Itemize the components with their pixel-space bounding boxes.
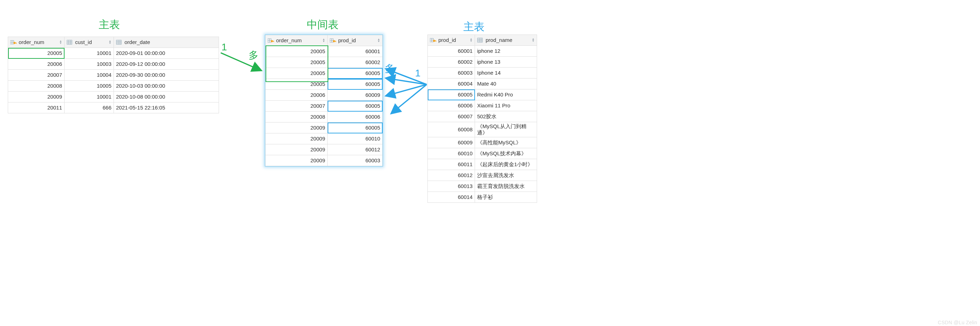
table-row: 60013霸王育发防脱洗发水	[428, 181, 537, 192]
table-row: 60010《MySQL技术内幕》	[428, 148, 537, 159]
table-order-products-panel: order_num ▲▼ prod_id ▲▼ 2000560001 20005…	[265, 35, 383, 166]
svg-rect-27	[336, 41, 336, 42]
table-order-products: order_num ▲▼ prod_id ▲▼ 2000560001 20005…	[265, 35, 383, 166]
watermark: CSDN @Lu Zelin	[938, 320, 977, 325]
svg-rect-5	[16, 43, 17, 44]
table-row: 60002iphone 13	[428, 57, 537, 68]
svg-rect-11	[116, 40, 121, 44]
svg-rect-34	[477, 38, 482, 42]
table-row: 2000960005	[266, 122, 383, 133]
table-row: 2000560002	[266, 57, 383, 68]
label-one-right: 1	[415, 68, 421, 79]
svg-rect-21	[274, 41, 274, 42]
table-row: 60009《高性能MySQL》	[428, 137, 537, 148]
sort-icon[interactable]: ▲▼	[468, 38, 473, 42]
table-row: 60003Iphone 14	[428, 68, 537, 79]
col-header[interactable]: prod_id ▲▼	[328, 35, 383, 46]
table-row: 2000660009	[266, 90, 383, 101]
svg-line-41	[386, 78, 427, 84]
label-many-left: 多	[249, 49, 258, 62]
label-one-left: 1	[221, 41, 227, 53]
table-row: 2000560005	[266, 68, 383, 79]
heading-right: 主表	[463, 20, 485, 34]
table-orders-panel: order_num ▲▼ cust_id ▲▼ order_date	[8, 36, 219, 113]
heading-middle: 中间表	[307, 17, 339, 32]
table-row: 60008《MySQL从入门到精通》	[428, 122, 537, 137]
table-products-panel: prod_id ▲▼ prod_name ▲▼ 60001iphone 12 6…	[427, 35, 537, 203]
table-row: 20009100012020-10-08 00:00:00	[8, 92, 219, 103]
column-icon	[477, 37, 484, 43]
table-row: 20005100012020-09-01 00:00:00	[8, 48, 219, 59]
sort-icon[interactable]: ▲▼	[321, 38, 325, 43]
col-header[interactable]: order_num ▲▼	[8, 37, 65, 48]
table-row: 2000960003	[266, 155, 383, 166]
key-icon	[10, 40, 17, 45]
table-row: 60012沙宣去屑洗发水	[428, 170, 537, 181]
table-row: 60011《起床后的黄金1小时》	[428, 159, 537, 170]
table-row: 2000960012	[266, 144, 383, 155]
key-icon	[430, 37, 436, 43]
sort-icon[interactable]: ▲▼	[107, 40, 111, 44]
table-row: 60014格子衫	[428, 192, 537, 203]
label-many-right: 多	[385, 62, 395, 75]
key-icon	[330, 38, 336, 43]
sort-icon[interactable]: ▲▼	[530, 38, 535, 42]
col-header[interactable]: prod_id ▲▼	[428, 35, 475, 46]
table-row: 20006100032020-09-12 00:00:00	[8, 59, 219, 70]
table-row: 60001iphone 12	[428, 46, 537, 57]
table-row: 60006Xiaomi 11 Pro	[428, 100, 537, 111]
sort-icon[interactable]: ▲▼	[376, 38, 380, 43]
col-header[interactable]: order_date	[114, 37, 219, 48]
svg-line-42	[386, 84, 427, 96]
col-header[interactable]: prod_name ▲▼	[475, 35, 537, 46]
svg-rect-33	[436, 41, 436, 42]
table-row: 60004Mate 40	[428, 79, 537, 89]
svg-line-43	[391, 84, 427, 113]
table-row: 2000860006	[266, 112, 383, 122]
table-row: 2000560005	[266, 79, 383, 90]
col-header[interactable]: order_num ▲▼	[266, 35, 328, 46]
heading-left: 主表	[99, 17, 120, 32]
sort-icon[interactable]: ▲▼	[58, 40, 62, 44]
col-header[interactable]: cust_id ▲▼	[65, 37, 114, 48]
table-orders: order_num ▲▼ cust_id ▲▼ order_date	[8, 36, 219, 113]
table-row: 2000760005	[266, 101, 383, 112]
table-row: 60007502胶水	[428, 111, 537, 122]
column-icon	[67, 40, 73, 45]
table-row: 20007100042020-09-30 00:00:00	[8, 70, 219, 81]
table-products: prod_id ▲▼ prod_name ▲▼ 60001iphone 12 6…	[427, 35, 537, 203]
diagram-page: 主表 中间表 主表 order_num ▲▼	[0, 0, 980, 326]
table-row: 2000560001	[266, 46, 383, 57]
table-row: 2000960010	[266, 133, 383, 144]
column-icon	[116, 40, 123, 45]
table-row: 60005Redmi K40 Pro	[428, 89, 537, 100]
table-row: 200116662021-05-15 22:16:05	[8, 103, 219, 113]
key-icon	[268, 38, 274, 43]
svg-rect-6	[67, 40, 72, 44]
table-row: 20008100052020-10-03 00:00:00	[8, 81, 219, 92]
